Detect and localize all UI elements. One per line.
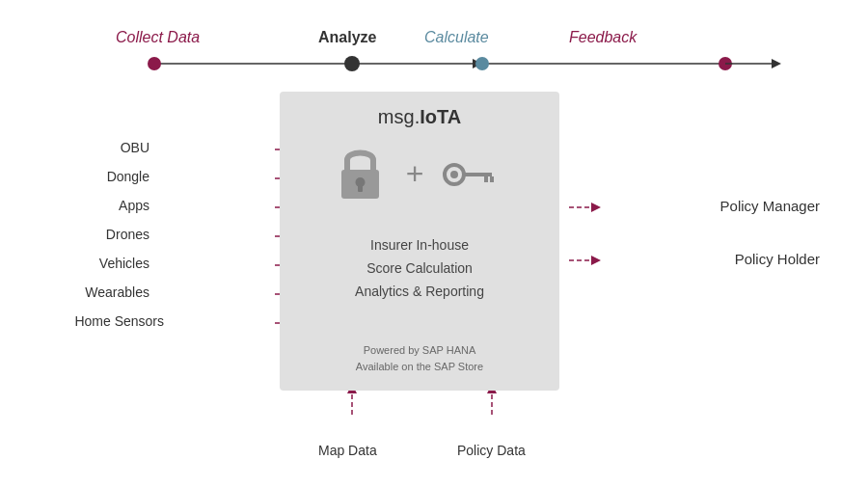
central-description: Insurer In-house Score Calculation Analy… (355, 234, 484, 303)
svg-marker-29 (591, 256, 601, 265)
wearables-label: Wearables (58, 284, 149, 300)
svg-rect-39 (463, 173, 492, 176)
apps-label: Apps (58, 198, 149, 213)
powered-line1: Powered by SAP HANA (356, 342, 483, 360)
vehicles-label: Vehicles (58, 256, 149, 271)
list-item-obu: OBU (58, 140, 155, 155)
desc-line3: Analytics & Reporting (355, 281, 484, 304)
svg-point-8 (475, 57, 489, 70)
list-item-dongle: Dongle (58, 169, 155, 184)
title-prefix: msg. (378, 106, 420, 127)
list-item-wearables: Wearables (58, 284, 155, 300)
svg-point-9 (719, 57, 732, 70)
icons-row: + (334, 143, 506, 205)
svg-marker-5 (723, 59, 733, 68)
powered-text: Powered by SAP HANA Available on the SAP… (356, 342, 483, 376)
bottom-policy-data: Policy Data (457, 443, 526, 458)
phase-calculate: Calculate (424, 29, 489, 46)
dongle-label: Dongle (58, 169, 149, 184)
powered-line2: Available on the SAP Store (356, 359, 483, 376)
phase-analyze: Analyze (318, 29, 376, 46)
bottom-map-data: Map Data (318, 443, 377, 458)
policy-data-label: Policy Data (457, 443, 526, 458)
map-data-label: Map Data (318, 443, 377, 458)
policy-manager-label: Policy Manager (720, 198, 820, 214)
svg-marker-11 (772, 59, 781, 68)
svg-point-38 (450, 171, 458, 178)
svg-rect-40 (484, 176, 488, 182)
home-sensors-label: Home Sensors (58, 313, 164, 329)
drones-label: Drones (58, 227, 149, 242)
list-item-vehicles: Vehicles (58, 256, 155, 271)
key-icon (443, 160, 505, 189)
list-item-drones: Drones (58, 227, 155, 242)
desc-line1: Insurer In-house (355, 234, 484, 257)
list-item-apps: Apps (58, 198, 155, 213)
svg-point-7 (344, 56, 360, 71)
obu-label: OBU (58, 140, 149, 155)
title-main: IoTA (420, 106, 461, 127)
msg-iota-title: msg.IoTA (378, 106, 461, 128)
phase-feedback: Feedback (569, 29, 637, 46)
svg-point-6 (148, 57, 161, 70)
phase-collect: Collect Data (116, 29, 200, 46)
plus-icon: + (406, 156, 424, 192)
policy-holder-label: Policy Holder (735, 251, 820, 267)
right-item-policy-manager: Policy Manager (720, 198, 820, 214)
list-item-home-sensors: Home Sensors (58, 313, 170, 329)
desc-line2: Score Calculation (355, 257, 484, 281)
lock-icon (334, 143, 387, 205)
central-box: msg.IoTA + Insurer In-house Score Cal (280, 92, 559, 391)
right-item-policy-holder: Policy Holder (735, 251, 820, 267)
svg-rect-36 (358, 185, 363, 192)
svg-marker-27 (591, 203, 601, 212)
svg-marker-2 (473, 59, 482, 68)
svg-rect-41 (490, 176, 494, 182)
diagram-container: Collect Data Analyze Calculate Feedback … (0, 0, 868, 487)
